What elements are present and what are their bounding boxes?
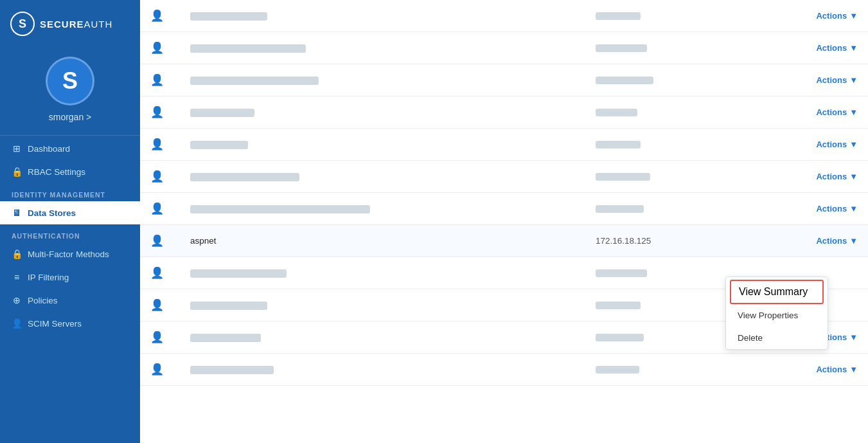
ip-cell (596, 334, 644, 341)
table-row-aspnet: 👤 aspnet 172.16.18.125 Actions ▼ (140, 225, 868, 257)
user-icon: 👤 (150, 105, 170, 119)
ip-cell (596, 12, 641, 20)
sidebar-item-dashboard[interactable]: ⊞ Dashboard (0, 137, 140, 160)
actions-button[interactable]: Actions ▼ (816, 107, 858, 117)
avatar: S (46, 57, 94, 105)
sidebar-item-scim[interactable]: 👤 SCIM Servers (0, 312, 140, 335)
actions-arrow: ▼ (849, 140, 858, 149)
actions-arrow: ▼ (849, 365, 858, 374)
user-icon: 👤 (150, 170, 170, 183)
scim-icon: 👤 (12, 318, 22, 329)
user-icon: 👤 (150, 266, 170, 280)
actions-button[interactable]: Actions ▼ (816, 172, 858, 181)
ip-cell (596, 302, 641, 309)
datastore-ip: 172.16.18.125 (596, 236, 651, 246)
table-row: 👤 Actions ▼ (140, 32, 868, 64)
actions-label: Actions (816, 11, 847, 21)
actions-arrow: ▼ (849, 43, 858, 53)
actions-label: Actions (816, 365, 847, 374)
name-cell (190, 205, 370, 213)
table-row: 👤 Actions ▼ (140, 193, 868, 225)
name-cell (190, 366, 274, 374)
actions-label: Actions (816, 172, 847, 181)
sidebar-item-mfa[interactable]: 🔒 Multi-Factor Methods (0, 242, 140, 266)
dashboard-icon: ⊞ (12, 143, 22, 154)
actions-label: Actions (816, 236, 847, 246)
dropdown-view-properties[interactable]: View Properties (726, 304, 828, 327)
actions-arrow: ▼ (849, 75, 858, 85)
actions-label: Actions (816, 140, 847, 149)
section-auth: AUTHENTICATION (0, 224, 140, 242)
name-cell (190, 109, 254, 117)
actions-label: Actions (816, 107, 847, 117)
actions-arrow: ▼ (849, 204, 858, 213)
name-cell (190, 141, 248, 149)
actions-label: Actions (816, 75, 847, 85)
username-link[interactable]: smorgan > (49, 112, 92, 122)
actions-button[interactable]: Actions ▼ (816, 204, 858, 213)
actions-arrow: ▼ (849, 172, 858, 181)
user-icon: 👤 (150, 202, 170, 215)
main-content: 👤 Actions ▼ 👤 (140, 0, 868, 443)
user-icon: 👤 (150, 363, 170, 376)
sidebar-item-rbac[interactable]: 🔒 RBAC Settings (0, 160, 140, 183)
logo-icon: S (10, 12, 35, 36)
table-row: 👤 Actions ▼ (140, 129, 868, 161)
sidebar-label-dashboard: Dashboard (28, 144, 70, 154)
actions-arrow: ▼ (849, 332, 858, 342)
sidebar-label-scim: SCIM Servers (28, 319, 82, 329)
datastore-name: aspnet (190, 236, 217, 246)
sidebar-item-datastores[interactable]: 🖥 Data Stores (0, 201, 140, 224)
name-cell (190, 302, 267, 310)
name-cell (190, 334, 261, 342)
name-cell (190, 77, 319, 85)
sidebar-item-policies[interactable]: ⊕ Policies (0, 289, 140, 312)
user-icon: 👤 (150, 330, 170, 344)
ip-cell (596, 109, 637, 116)
table-row: 👤 Actions ▼ (140, 0, 868, 32)
sidebar-label-mfa: Multi-Factor Methods (28, 249, 109, 259)
sidebar-item-ipfiltering[interactable]: ≡ IP Filtering (0, 266, 140, 289)
actions-button[interactable]: Actions ▼ (816, 140, 858, 149)
ip-cell (596, 141, 641, 149)
name-cell (190, 173, 299, 181)
actions-arrow: ▼ (849, 11, 858, 21)
table-row: 👤 Actions ▼ (140, 64, 868, 96)
ip-cell (596, 173, 650, 181)
ipfilter-icon: ≡ (12, 272, 22, 282)
divider-1 (0, 135, 140, 136)
policies-icon: ⊕ (12, 295, 22, 305)
ip-cell (596, 366, 639, 374)
user-icon: 👤 (150, 41, 170, 55)
actions-button[interactable]: Actions ▼ (816, 75, 858, 85)
user-icon: 👤 (150, 298, 170, 312)
section-identity: IDENTITY MANAGEMENT (0, 183, 140, 201)
table-row: 👤 Actions ▼ (140, 354, 868, 386)
logo-text: SECUREAUTH (40, 19, 112, 30)
actions-button-aspnet[interactable]: Actions ▼ (816, 236, 858, 246)
table-row: 👤 Actions ▼ (140, 96, 868, 129)
sidebar-label-policies: Policies (28, 296, 58, 305)
avatar-section: S smorgan > (0, 45, 140, 134)
dropdown-delete[interactable]: Delete (726, 327, 828, 349)
sidebar-label-datastores: Data Stores (28, 208, 76, 218)
ip-cell (596, 44, 647, 52)
content-area: 👤 Actions ▼ 👤 (140, 0, 868, 443)
ip-cell (596, 269, 647, 277)
user-icon: 👤 (150, 234, 170, 248)
lock-icon: 🔒 (12, 167, 22, 177)
datastores-icon: 🖥 (12, 208, 22, 218)
dropdown-view-summary[interactable]: View Summary (730, 280, 824, 304)
actions-dropdown: View Summary View Properties Delete (725, 276, 828, 350)
mfa-icon: 🔒 (12, 249, 22, 259)
actions-arrow: ▼ (849, 107, 858, 117)
user-icon: 👤 (150, 138, 170, 151)
sidebar-label-rbac: RBAC Settings (28, 167, 85, 177)
actions-arrow: ▼ (849, 236, 858, 246)
actions-button[interactable]: Actions ▼ (816, 365, 858, 374)
ip-cell (596, 77, 653, 84)
name-cell (190, 44, 306, 53)
actions-button[interactable]: Actions ▼ (816, 43, 858, 53)
actions-button[interactable]: Actions ▼ (816, 11, 858, 21)
name-cell (190, 269, 287, 278)
